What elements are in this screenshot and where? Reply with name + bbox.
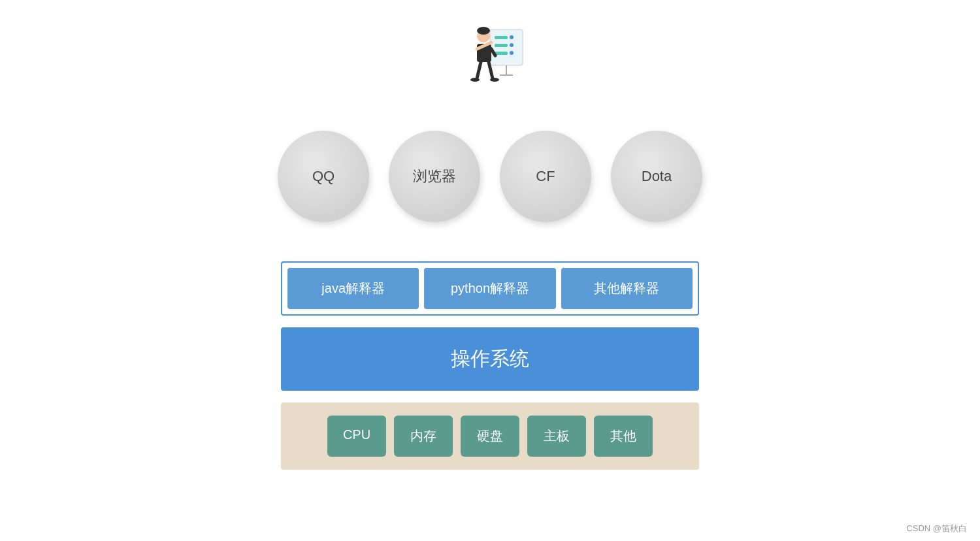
hardware-cpu-label: CPU	[343, 427, 370, 442]
svg-point-16	[470, 78, 480, 82]
svg-point-10	[477, 27, 490, 35]
svg-rect-0	[490, 29, 523, 65]
hardware-motherboard: 主板	[527, 416, 586, 457]
hardware-disk: 硬盘	[461, 416, 519, 457]
hardware-disk-label: 硬盘	[477, 429, 503, 443]
interpreter-java-label: java解释器	[321, 281, 385, 295]
page-container: QQ 浏览器 CF Dota java解释器 python解释器 其他解释器 操…	[0, 0, 980, 541]
hardware-memory: 内存	[394, 416, 453, 457]
hardware-other-label: 其他	[610, 429, 636, 443]
app-bubble-cf: CF	[500, 131, 591, 222]
hardware-motherboard-label: 主板	[544, 429, 570, 443]
app-bubble-qq: QQ	[278, 131, 369, 222]
os-layer: 操作系统	[281, 327, 699, 391]
svg-rect-5	[495, 52, 508, 55]
svg-point-17	[490, 78, 499, 82]
presenter-area	[448, 13, 532, 98]
svg-point-6	[510, 51, 514, 55]
presenter-icon	[451, 16, 529, 95]
app-label-cf: CF	[536, 168, 555, 185]
interpreter-python: python解释器	[424, 268, 555, 309]
interpreter-other-label: 其他解释器	[594, 281, 659, 295]
svg-rect-3	[495, 44, 508, 47]
app-bubble-dota: Dota	[611, 131, 702, 222]
app-label-browser: 浏览器	[413, 167, 456, 186]
hardware-layer: CPU 内存 硬盘 主板 其他	[281, 402, 699, 470]
app-label-dota: Dota	[642, 168, 672, 185]
svg-point-4	[510, 43, 514, 47]
interpreters-row: java解释器 python解释器 其他解释器	[287, 268, 693, 309]
interpreter-other: 其他解释器	[561, 268, 693, 309]
interpreter-python-label: python解释器	[451, 281, 529, 295]
hardware-other: 其他	[594, 416, 653, 457]
watermark-text: CSDN @笛秋白	[906, 523, 967, 533]
svg-point-2	[510, 35, 514, 39]
svg-line-14	[477, 62, 481, 78]
app-label-qq: QQ	[312, 168, 335, 185]
svg-rect-1	[495, 36, 508, 39]
hardware-cpu: CPU	[327, 416, 386, 457]
interpreter-java: java解释器	[287, 268, 419, 309]
os-label: 操作系统	[451, 348, 529, 369]
watermark: CSDN @笛秋白	[906, 523, 967, 534]
apps-row: QQ 浏览器 CF Dota	[278, 131, 702, 222]
hardware-memory-label: 内存	[410, 429, 436, 443]
app-bubble-browser: 浏览器	[389, 131, 480, 222]
interpreters-container: java解释器 python解释器 其他解释器	[281, 261, 699, 316]
